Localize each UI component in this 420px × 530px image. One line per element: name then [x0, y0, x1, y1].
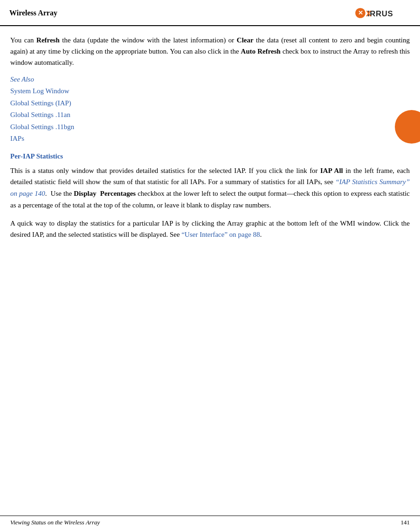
page-container: Wireless Array ✕ IRRUS X You can Refresh…: [0, 0, 420, 530]
page-footer: Viewing Status on the Wireless Array 141: [0, 516, 420, 530]
see-also-title: See Also: [10, 76, 410, 83]
refresh-bold: Refresh: [36, 36, 60, 44]
svg-text:X: X: [366, 9, 372, 18]
per-iap-paragraph-1: This is a status only window that provid…: [10, 165, 410, 211]
per-iap-paragraph-2: A quick way to display the statistics fo…: [10, 218, 410, 241]
clear-bold: Clear: [237, 36, 254, 44]
see-also-link-iaps[interactable]: IAPs: [10, 133, 410, 145]
iap-stats-summary-link[interactable]: “IAP Statistics Summary” on page 140: [10, 178, 410, 197]
auto-refresh-bold: Auto Refresh: [241, 48, 281, 55]
user-interface-link[interactable]: “User Interface” on page 88: [181, 231, 260, 238]
footer-page-number: 141: [401, 519, 410, 526]
per-iap-section: Per-IAP Statistics This is a status only…: [10, 152, 410, 241]
page-header: Wireless Array ✕ IRRUS X: [0, 0, 420, 26]
see-also-link-global-11bgn[interactable]: Global Settings .11bgn: [10, 121, 410, 133]
footer-left-text: Viewing Status on the Wireless Array: [10, 519, 100, 526]
see-also-link-global-11an[interactable]: Global Settings .11an: [10, 109, 410, 121]
see-also-link-system-log[interactable]: System Log Window: [10, 85, 410, 97]
iap-all-bold: IAP All: [320, 167, 343, 174]
intro-paragraph: You can Refresh the data (update the win…: [10, 34, 410, 68]
logo-container: ✕ IRRUS X: [355, 5, 411, 21]
header-title: Wireless Array: [9, 9, 57, 17]
xirrus-logo: ✕ IRRUS X: [355, 5, 411, 21]
svg-text:IRRUS: IRRUS: [367, 9, 393, 18]
see-also-section: See Also System Log Window Global Settin…: [10, 76, 410, 145]
svg-text:✕: ✕: [358, 9, 363, 16]
per-iap-heading: Per-IAP Statistics: [10, 152, 410, 160]
main-content: You can Refresh the data (update the win…: [0, 26, 420, 516]
display-percentages-bold: Display Percentages: [74, 190, 136, 197]
see-also-link-global-iap[interactable]: Global Settings (IAP): [10, 97, 410, 110]
